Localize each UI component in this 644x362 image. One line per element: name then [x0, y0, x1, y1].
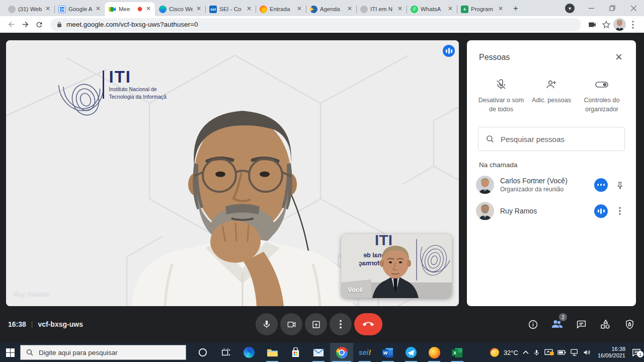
- camera-in-use-icon[interactable]: [585, 18, 599, 32]
- profile-avatar[interactable]: [613, 18, 626, 31]
- close-tab-icon[interactable]: ✕: [246, 6, 253, 13]
- chrome-update-icon[interactable]: ▾: [565, 4, 575, 13]
- sei-button[interactable]: sei!: [353, 343, 376, 362]
- close-tab-icon[interactable]: ✕: [447, 6, 454, 13]
- minimize-button[interactable]: [581, 0, 602, 16]
- present-button[interactable]: [305, 313, 327, 335]
- meeting-details-button[interactable]: [526, 318, 539, 331]
- close-tab-icon[interactable]: ✕: [396, 6, 404, 13]
- tray-cast-button[interactable]: [544, 349, 553, 356]
- forward-button[interactable]: [18, 18, 32, 32]
- start-button[interactable]: [0, 343, 20, 362]
- lock-icon: [56, 21, 62, 28]
- search-people-box[interactable]: [478, 127, 625, 151]
- tray-battery-button[interactable]: [557, 350, 566, 355]
- tray-network-button[interactable]: [571, 349, 579, 356]
- tab-agenda[interactable]: Agenda ✕: [306, 2, 356, 16]
- leave-call-button[interactable]: [354, 313, 382, 335]
- browser-menu-icon[interactable]: [626, 18, 640, 32]
- word-button[interactable]: W: [376, 343, 399, 362]
- reload-button[interactable]: [32, 18, 46, 32]
- file-explorer-button[interactable]: [261, 343, 284, 362]
- taskbar-search-input[interactable]: [39, 349, 181, 356]
- more-options-button[interactable]: [330, 313, 352, 335]
- mail-inbox-icon: [260, 6, 267, 13]
- restore-button[interactable]: [602, 0, 623, 16]
- recording-indicator-icon: [137, 7, 142, 12]
- close-tab-icon[interactable]: ✕: [44, 6, 51, 13]
- mute-all-button[interactable]: Desativar o som de todos: [476, 79, 526, 114]
- tab-meet-active[interactable]: Mee ✕: [105, 2, 155, 16]
- close-tab-icon[interactable]: ✕: [195, 6, 202, 13]
- bookmark-star-icon[interactable]: [599, 18, 613, 32]
- weather-widget[interactable]: [490, 348, 499, 357]
- self-video-tile[interactable]: ITI onal de a Informaç Você: [341, 234, 452, 298]
- tab-entrada[interactable]: Entrada ✕: [256, 2, 306, 16]
- add-people-button[interactable]: Adic. pessoas: [526, 79, 577, 114]
- clock-date: 16/09/2021: [598, 352, 625, 359]
- people-panel: Pessoas ✕ Desativar o som de todos Adic.…: [467, 40, 636, 306]
- windows-taskbar: sei! W X 32°C 16:38 16/09/2021 1: [0, 343, 644, 362]
- browser-toolbar: meet.google.com/vcf-bxsg-uws?authuser=0: [0, 16, 644, 33]
- info-icon: [528, 319, 538, 330]
- chrome-icon: [336, 347, 348, 358]
- pin-icon[interactable]: [614, 179, 626, 191]
- tab-title: Agenda: [320, 6, 344, 12]
- task-view-button[interactable]: [214, 343, 237, 362]
- back-button[interactable]: [4, 18, 18, 32]
- close-tab-icon[interactable]: ✕: [346, 6, 353, 13]
- tray-overflow-button[interactable]: [523, 350, 529, 354]
- tray-volume-button[interactable]: [583, 349, 591, 356]
- meet-icon: [109, 6, 116, 13]
- taskbar-clock[interactable]: 16:38 16/09/2021: [598, 346, 625, 359]
- tab-title: Mee: [119, 6, 135, 12]
- tab-cisco-webex[interactable]: Cisco We ✕: [155, 2, 205, 16]
- edge-button[interactable]: [237, 343, 261, 362]
- tab-webex-31[interactable]: (31) Web ✕: [4, 2, 54, 16]
- mail-button[interactable]: [307, 343, 330, 362]
- activities-button[interactable]: [599, 318, 612, 331]
- tab-title: Cisco We: [169, 6, 193, 12]
- address-bar[interactable]: meet.google.com/vcf-bxsg-uws?authuser=0: [50, 18, 581, 31]
- close-window-button[interactable]: [623, 0, 644, 16]
- participant-menu-icon[interactable]: [614, 205, 626, 217]
- search-people-input[interactable]: [501, 135, 617, 143]
- iti-logo-title: ITI: [109, 69, 167, 85]
- chevron-up-icon: [523, 350, 529, 354]
- tab-title: ITI em N: [370, 6, 394, 12]
- close-tab-icon[interactable]: ✕: [95, 6, 102, 13]
- speaker-icon: [583, 349, 591, 356]
- camera-icon: [287, 320, 296, 329]
- webex-icon: [159, 6, 167, 13]
- firefox-button[interactable]: [423, 343, 446, 362]
- cortana-button[interactable]: [191, 343, 214, 362]
- tab-programa[interactable]: + Program ✕: [457, 2, 507, 16]
- close-panel-icon[interactable]: ✕: [613, 51, 625, 63]
- store-button[interactable]: [284, 343, 307, 362]
- meeting-code: vcf-bxsg-uws: [38, 320, 83, 328]
- tab-sei[interactable]: sei SEI - Co ✕: [205, 2, 256, 16]
- tab-iti[interactable]: ITI em N ✕: [356, 2, 407, 16]
- people-button[interactable]: 2: [550, 318, 564, 331]
- excel-button[interactable]: X: [446, 343, 469, 362]
- tab-whatsapp[interactable]: ✆ WhatsA ✕: [407, 2, 457, 16]
- host-controls-button[interactable]: Controles do organizador: [577, 79, 627, 114]
- remote-video-tile[interactable]: ITI Instituto Nacional de Tecnologia da …: [6, 40, 459, 306]
- action-center-button[interactable]: 1: [632, 348, 641, 356]
- telegram-button[interactable]: [399, 343, 423, 362]
- participant-name: Carlos Fortner (Você): [500, 177, 588, 185]
- chrome-button[interactable]: [330, 343, 353, 362]
- taskbar-search-box[interactable]: [20, 345, 186, 360]
- mic-button[interactable]: [256, 313, 278, 335]
- chat-button[interactable]: [575, 318, 588, 331]
- meeting-time: 16:38: [8, 320, 26, 328]
- windows-logo-icon: [6, 348, 15, 357]
- camera-button[interactable]: [280, 313, 302, 335]
- close-tab-icon[interactable]: ✕: [145, 6, 152, 13]
- close-tab-icon[interactable]: ✕: [296, 6, 303, 13]
- new-tab-button[interactable]: +: [509, 2, 522, 15]
- tab-google-calendar[interactable]: 16 Google A ✕: [54, 2, 105, 16]
- tray-mic-button[interactable]: [533, 349, 540, 356]
- close-tab-icon[interactable]: ✕: [497, 6, 504, 13]
- host-controls-shield-button[interactable]: [623, 318, 636, 331]
